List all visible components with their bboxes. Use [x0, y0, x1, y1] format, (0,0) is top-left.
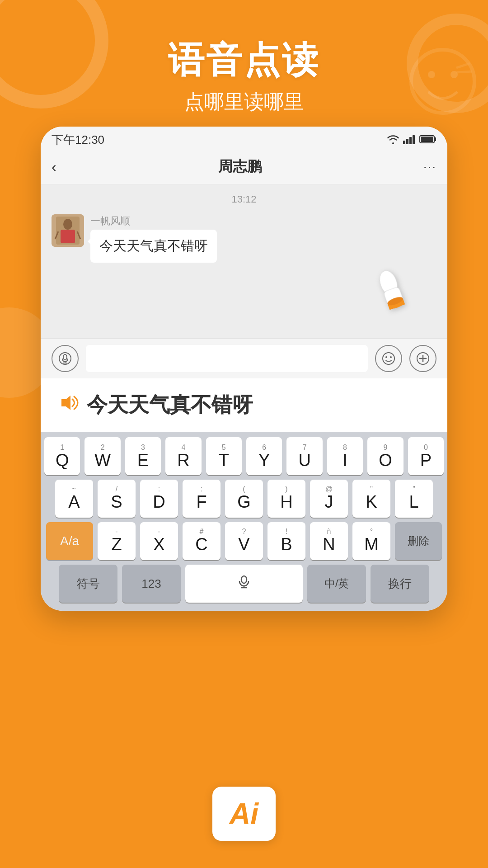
keyboard-row-3: A/a -Z -X #C ?V !B ñN °M 删除 — [44, 522, 444, 560]
sender-name: 一帆风顺 — [90, 214, 217, 228]
key-space[interactable] — [185, 565, 303, 603]
pointing-hand-icon — [356, 255, 430, 336]
key-Q[interactable]: 1Q — [44, 437, 80, 475]
more-button[interactable]: ··· — [423, 160, 436, 174]
speaker-icon — [59, 394, 79, 416]
key-L[interactable]: "L — [395, 480, 433, 518]
key-I[interactable]: 8I — [327, 437, 363, 475]
key-E[interactable]: 3E — [125, 437, 161, 475]
key-H[interactable]: )H — [267, 480, 305, 518]
keyboard-row-4: 符号 123 中/英 换行 — [44, 565, 444, 603]
chat-header: ‹ 周志鹏 ··· — [41, 151, 447, 184]
ai-badge-text: Ai — [230, 797, 258, 830]
plus-button[interactable] — [409, 345, 436, 372]
ai-badge: Ai — [212, 787, 276, 841]
svg-point-27 — [383, 353, 394, 364]
text-input[interactable] — [86, 345, 368, 372]
key-symbols[interactable]: 符号 — [59, 565, 117, 603]
svg-rect-6 — [406, 139, 408, 144]
key-G[interactable]: (G — [225, 480, 263, 518]
key-F[interactable]: :F — [183, 480, 221, 518]
main-title: 语音点读 — [0, 36, 488, 85]
key-D[interactable]: :D — [140, 480, 178, 518]
message-text: 今天天气真不错呀 — [99, 238, 208, 253]
key-delete[interactable]: 删除 — [395, 522, 442, 560]
chat-body: 13:12 一帆风顺 今天天气真不错呀 — [41, 184, 447, 338]
svg-rect-11 — [421, 137, 433, 142]
key-S[interactable]: /S — [98, 480, 136, 518]
signal-icon — [403, 134, 416, 146]
key-N[interactable]: ñN — [310, 522, 348, 560]
chat-contact-name: 周志鹏 — [218, 157, 262, 177]
sub-title: 点哪里读哪里 — [0, 89, 488, 115]
phone-mockup: 下午12:30 — [41, 127, 447, 611]
svg-rect-10 — [434, 137, 436, 141]
svg-point-28 — [385, 356, 387, 358]
keyboard-row-1: 1Q 2W 3E 4R 5T 6Y 7U 8I 9O 0P — [44, 437, 444, 475]
header-section: 语音点读 点哪里读哪里 — [0, 36, 488, 115]
key-K[interactable]: "K — [352, 480, 390, 518]
svg-rect-5 — [403, 141, 405, 144]
status-bar: 下午12:30 — [41, 127, 447, 151]
svg-point-34 — [241, 576, 247, 583]
key-W[interactable]: 2W — [84, 437, 120, 475]
svg-rect-7 — [409, 137, 412, 144]
key-M[interactable]: °M — [352, 522, 390, 560]
key-return[interactable]: 换行 — [371, 565, 429, 603]
reading-text: 今天天气真不错呀 — [87, 391, 253, 419]
back-button[interactable]: ‹ — [52, 159, 56, 175]
svg-point-29 — [390, 356, 392, 358]
keyboard-row-2: ~A /S :D :F (G )H @J "K "L — [44, 480, 444, 518]
reading-popup: 今天天气真不错呀 — [41, 378, 447, 432]
status-time: 下午12:30 — [52, 132, 104, 148]
key-Z[interactable]: -Z — [98, 522, 136, 560]
key-A[interactable]: ~A — [55, 480, 93, 518]
key-P[interactable]: 0P — [408, 437, 444, 475]
key-U[interactable]: 7U — [286, 437, 322, 475]
status-icons — [387, 134, 436, 146]
key-V[interactable]: ?V — [225, 522, 263, 560]
key-X[interactable]: -X — [140, 522, 178, 560]
keyboard: 1Q 2W 3E 4R 5T 6Y 7U 8I 9O 0P ~A /S :D :… — [41, 432, 447, 611]
key-O[interactable]: 9O — [367, 437, 403, 475]
emoji-button[interactable] — [375, 345, 402, 372]
key-R[interactable]: 4R — [165, 437, 201, 475]
key-123[interactable]: 123 — [122, 565, 181, 603]
svg-point-14 — [63, 219, 72, 230]
svg-point-24 — [63, 354, 67, 360]
key-C[interactable]: #C — [183, 522, 221, 560]
key-T[interactable]: 5T — [206, 437, 242, 475]
microphone-icon — [237, 574, 251, 593]
battery-icon — [419, 134, 436, 146]
message-bubble[interactable]: 今天天气真不错呀 — [90, 230, 217, 263]
chat-message-item: 一帆风顺 今天天气真不错呀 — [52, 214, 436, 263]
key-lang[interactable]: 中/英 — [307, 565, 366, 603]
key-J[interactable]: @J — [310, 480, 348, 518]
chat-input-area — [41, 338, 447, 378]
svg-rect-8 — [413, 135, 415, 144]
message-content: 一帆风顺 今天天气真不错呀 — [90, 214, 217, 263]
key-B[interactable]: !B — [267, 522, 305, 560]
key-Y[interactable]: 6Y — [246, 437, 282, 475]
svg-rect-15 — [61, 230, 75, 243]
avatar — [52, 214, 84, 247]
chat-timestamp: 13:12 — [52, 193, 436, 205]
wifi-icon — [387, 134, 399, 146]
voice-button[interactable] — [52, 345, 79, 372]
key-shift[interactable]: A/a — [46, 522, 93, 560]
svg-marker-33 — [61, 396, 70, 410]
